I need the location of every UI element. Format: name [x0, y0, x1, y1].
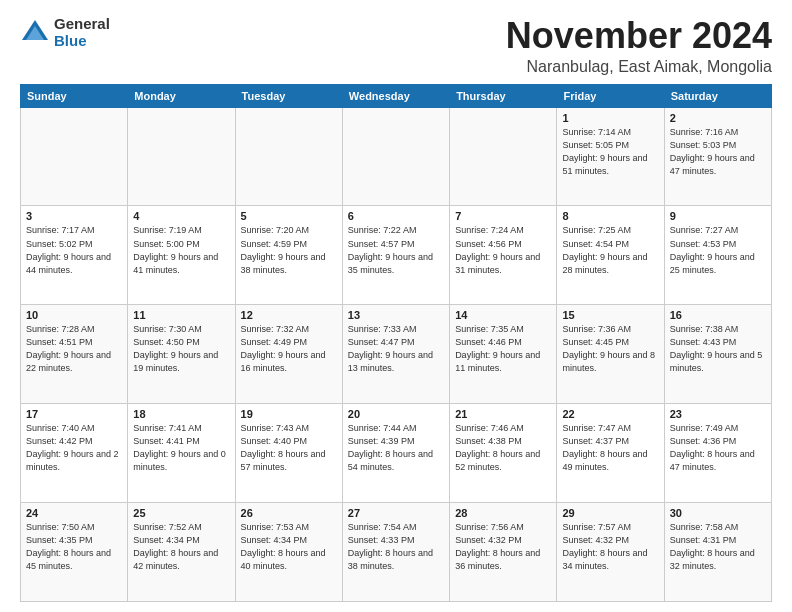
day-number: 12	[241, 309, 337, 321]
day-number: 15	[562, 309, 658, 321]
day-info: Sunrise: 7:17 AM Sunset: 5:02 PM Dayligh…	[26, 224, 122, 276]
calendar-table: Sunday Monday Tuesday Wednesday Thursday…	[20, 84, 772, 602]
calendar-week-3: 10Sunrise: 7:28 AM Sunset: 4:51 PM Dayli…	[21, 305, 772, 404]
calendar-cell: 21Sunrise: 7:46 AM Sunset: 4:38 PM Dayli…	[450, 404, 557, 503]
calendar-header: Sunday Monday Tuesday Wednesday Thursday…	[21, 84, 772, 107]
header-monday: Monday	[128, 84, 235, 107]
day-info: Sunrise: 7:49 AM Sunset: 4:36 PM Dayligh…	[670, 422, 766, 474]
day-number: 23	[670, 408, 766, 420]
day-info: Sunrise: 7:30 AM Sunset: 4:50 PM Dayligh…	[133, 323, 229, 375]
calendar-body: 1Sunrise: 7:14 AM Sunset: 5:05 PM Daylig…	[21, 107, 772, 601]
calendar-cell: 7Sunrise: 7:24 AM Sunset: 4:56 PM Daylig…	[450, 206, 557, 305]
day-number: 30	[670, 507, 766, 519]
page: General Blue November 2024 Naranbulag, E…	[0, 0, 792, 612]
calendar-cell: 29Sunrise: 7:57 AM Sunset: 4:32 PM Dayli…	[557, 503, 664, 602]
calendar-cell: 19Sunrise: 7:43 AM Sunset: 4:40 PM Dayli…	[235, 404, 342, 503]
title-section: November 2024 Naranbulag, East Aimak, Mo…	[506, 16, 772, 76]
day-number: 6	[348, 210, 444, 222]
calendar-cell: 30Sunrise: 7:58 AM Sunset: 4:31 PM Dayli…	[664, 503, 771, 602]
day-info: Sunrise: 7:47 AM Sunset: 4:37 PM Dayligh…	[562, 422, 658, 474]
day-number: 2	[670, 112, 766, 124]
day-info: Sunrise: 7:22 AM Sunset: 4:57 PM Dayligh…	[348, 224, 444, 276]
logo-icon	[20, 18, 50, 48]
header-sunday: Sunday	[21, 84, 128, 107]
day-number: 13	[348, 309, 444, 321]
day-info: Sunrise: 7:44 AM Sunset: 4:39 PM Dayligh…	[348, 422, 444, 474]
calendar-week-1: 1Sunrise: 7:14 AM Sunset: 5:05 PM Daylig…	[21, 107, 772, 206]
day-info: Sunrise: 7:27 AM Sunset: 4:53 PM Dayligh…	[670, 224, 766, 276]
calendar-cell: 5Sunrise: 7:20 AM Sunset: 4:59 PM Daylig…	[235, 206, 342, 305]
calendar-cell	[235, 107, 342, 206]
day-number: 27	[348, 507, 444, 519]
calendar-cell: 20Sunrise: 7:44 AM Sunset: 4:39 PM Dayli…	[342, 404, 449, 503]
day-number: 7	[455, 210, 551, 222]
calendar-cell: 25Sunrise: 7:52 AM Sunset: 4:34 PM Dayli…	[128, 503, 235, 602]
day-info: Sunrise: 7:46 AM Sunset: 4:38 PM Dayligh…	[455, 422, 551, 474]
calendar-cell: 28Sunrise: 7:56 AM Sunset: 4:32 PM Dayli…	[450, 503, 557, 602]
calendar-cell: 18Sunrise: 7:41 AM Sunset: 4:41 PM Dayli…	[128, 404, 235, 503]
day-info: Sunrise: 7:53 AM Sunset: 4:34 PM Dayligh…	[241, 521, 337, 573]
day-number: 28	[455, 507, 551, 519]
calendar-cell: 16Sunrise: 7:38 AM Sunset: 4:43 PM Dayli…	[664, 305, 771, 404]
day-info: Sunrise: 7:32 AM Sunset: 4:49 PM Dayligh…	[241, 323, 337, 375]
day-number: 10	[26, 309, 122, 321]
day-info: Sunrise: 7:43 AM Sunset: 4:40 PM Dayligh…	[241, 422, 337, 474]
calendar-cell: 9Sunrise: 7:27 AM Sunset: 4:53 PM Daylig…	[664, 206, 771, 305]
day-info: Sunrise: 7:57 AM Sunset: 4:32 PM Dayligh…	[562, 521, 658, 573]
day-info: Sunrise: 7:28 AM Sunset: 4:51 PM Dayligh…	[26, 323, 122, 375]
day-info: Sunrise: 7:41 AM Sunset: 4:41 PM Dayligh…	[133, 422, 229, 474]
day-info: Sunrise: 7:20 AM Sunset: 4:59 PM Dayligh…	[241, 224, 337, 276]
location: Naranbulag, East Aimak, Mongolia	[506, 58, 772, 76]
calendar-cell: 10Sunrise: 7:28 AM Sunset: 4:51 PM Dayli…	[21, 305, 128, 404]
month-title: November 2024	[506, 16, 772, 56]
calendar-week-4: 17Sunrise: 7:40 AM Sunset: 4:42 PM Dayli…	[21, 404, 772, 503]
day-number: 5	[241, 210, 337, 222]
calendar-week-5: 24Sunrise: 7:50 AM Sunset: 4:35 PM Dayli…	[21, 503, 772, 602]
day-number: 3	[26, 210, 122, 222]
calendar-cell	[450, 107, 557, 206]
calendar-cell: 27Sunrise: 7:54 AM Sunset: 4:33 PM Dayli…	[342, 503, 449, 602]
day-number: 8	[562, 210, 658, 222]
day-number: 1	[562, 112, 658, 124]
day-number: 26	[241, 507, 337, 519]
day-info: Sunrise: 7:19 AM Sunset: 5:00 PM Dayligh…	[133, 224, 229, 276]
day-number: 16	[670, 309, 766, 321]
day-info: Sunrise: 7:40 AM Sunset: 4:42 PM Dayligh…	[26, 422, 122, 474]
calendar-week-2: 3Sunrise: 7:17 AM Sunset: 5:02 PM Daylig…	[21, 206, 772, 305]
calendar: Sunday Monday Tuesday Wednesday Thursday…	[20, 84, 772, 602]
day-number: 22	[562, 408, 658, 420]
day-info: Sunrise: 7:25 AM Sunset: 4:54 PM Dayligh…	[562, 224, 658, 276]
calendar-cell: 13Sunrise: 7:33 AM Sunset: 4:47 PM Dayli…	[342, 305, 449, 404]
day-number: 9	[670, 210, 766, 222]
day-number: 17	[26, 408, 122, 420]
day-info: Sunrise: 7:58 AM Sunset: 4:31 PM Dayligh…	[670, 521, 766, 573]
header-tuesday: Tuesday	[235, 84, 342, 107]
day-number: 11	[133, 309, 229, 321]
day-number: 14	[455, 309, 551, 321]
day-info: Sunrise: 7:36 AM Sunset: 4:45 PM Dayligh…	[562, 323, 658, 375]
header-wednesday: Wednesday	[342, 84, 449, 107]
day-number: 18	[133, 408, 229, 420]
calendar-cell: 1Sunrise: 7:14 AM Sunset: 5:05 PM Daylig…	[557, 107, 664, 206]
logo: General Blue	[20, 16, 110, 49]
day-info: Sunrise: 7:56 AM Sunset: 4:32 PM Dayligh…	[455, 521, 551, 573]
calendar-cell	[128, 107, 235, 206]
header-row: Sunday Monday Tuesday Wednesday Thursday…	[21, 84, 772, 107]
calendar-cell: 8Sunrise: 7:25 AM Sunset: 4:54 PM Daylig…	[557, 206, 664, 305]
day-info: Sunrise: 7:24 AM Sunset: 4:56 PM Dayligh…	[455, 224, 551, 276]
calendar-cell: 14Sunrise: 7:35 AM Sunset: 4:46 PM Dayli…	[450, 305, 557, 404]
day-number: 19	[241, 408, 337, 420]
header-friday: Friday	[557, 84, 664, 107]
day-info: Sunrise: 7:14 AM Sunset: 5:05 PM Dayligh…	[562, 126, 658, 178]
day-info: Sunrise: 7:54 AM Sunset: 4:33 PM Dayligh…	[348, 521, 444, 573]
header: General Blue November 2024 Naranbulag, E…	[20, 16, 772, 76]
header-saturday: Saturday	[664, 84, 771, 107]
day-info: Sunrise: 7:50 AM Sunset: 4:35 PM Dayligh…	[26, 521, 122, 573]
calendar-cell: 22Sunrise: 7:47 AM Sunset: 4:37 PM Dayli…	[557, 404, 664, 503]
calendar-cell	[21, 107, 128, 206]
day-number: 24	[26, 507, 122, 519]
day-info: Sunrise: 7:35 AM Sunset: 4:46 PM Dayligh…	[455, 323, 551, 375]
header-thursday: Thursday	[450, 84, 557, 107]
calendar-cell: 15Sunrise: 7:36 AM Sunset: 4:45 PM Dayli…	[557, 305, 664, 404]
calendar-cell: 2Sunrise: 7:16 AM Sunset: 5:03 PM Daylig…	[664, 107, 771, 206]
